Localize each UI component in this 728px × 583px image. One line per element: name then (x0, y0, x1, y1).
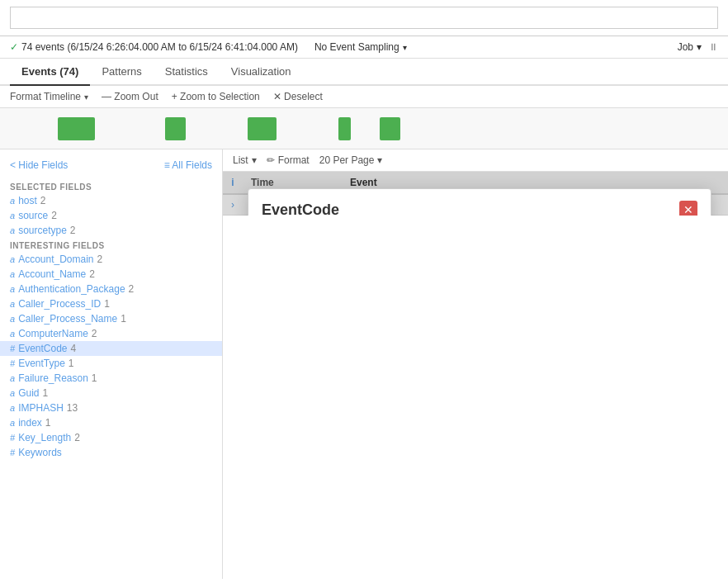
interesting-fields-section-title: INTERESTING FIELDS (0, 238, 222, 252)
list-controls: List ▾ ✏ Format 20 Per Page ▾ (223, 149, 728, 172)
field-type-icon: a (10, 418, 15, 428)
field-type-icon: a (10, 299, 15, 309)
field-type-icon: a (10, 388, 15, 398)
field-count: 1 (45, 417, 51, 429)
zoom-to-selection-label: + Zoom to Selection (172, 91, 260, 102)
search-bar: index=endpoint adam (0, 0, 728, 36)
field-name: Keywords (18, 447, 62, 458)
field-type-icon: a (10, 211, 15, 220)
field-type-icon: a (10, 373, 15, 383)
event-count: 74 events (21, 41, 64, 53)
sidebar-item-failure_reason[interactable]: aFailure_Reason 1 (0, 371, 222, 386)
sidebar-item-eventtype[interactable]: #EventType 1 (0, 356, 222, 371)
sidebar-item-caller_process_id[interactable]: aCaller_Process_ID 1 (0, 296, 222, 311)
field-type-icon: a (10, 254, 15, 264)
sidebar-item-key_length[interactable]: #Key_Length 2 (0, 430, 222, 445)
field-type-icon: a (10, 329, 15, 339)
field-name: Account_Name (18, 268, 86, 280)
field-name: host (18, 195, 37, 206)
interesting-fields-list: aAccount_Domain 2aAccount_Name 2aAuthent… (0, 252, 222, 460)
tabs-bar: Events (74) Patterns Statistics Visualiz… (0, 59, 728, 86)
modal-overlay: EventCode ✕ 4 Values, 31.081% of events … (223, 172, 728, 216)
field-name: ComputerName (18, 328, 88, 339)
sidebar: < Hide Fields ≡ All Fields SELECTED FIEL… (0, 149, 223, 579)
zoom-out-button[interactable]: — Zoom Out (102, 91, 158, 102)
field-count: 4 (71, 343, 77, 354)
sidebar-item-account_name[interactable]: aAccount_Name 2 (0, 267, 222, 282)
field-type-icon: # (10, 358, 15, 368)
per-page-caret-icon: ▾ (377, 154, 382, 166)
format-button[interactable]: ✏ Format (267, 154, 310, 166)
deselect-label: ✕ Deselect (273, 91, 323, 102)
sidebar-item-sourcetype[interactable]: asourcetype 2 (0, 223, 222, 238)
zoom-out-label: — Zoom Out (102, 91, 158, 102)
sidebar-item-index[interactable]: aindex 1 (0, 415, 222, 430)
field-name: Key_Length (18, 432, 71, 443)
tab-statistics[interactable]: Statistics (154, 59, 220, 86)
sidebar-item-host[interactable]: ahost 2 (0, 193, 222, 208)
job-button[interactable]: Job ▾ (678, 41, 702, 53)
timeline-chart[interactable] (8, 112, 505, 145)
sidebar-item-guid[interactable]: aGuid 1 (0, 386, 222, 401)
hide-fields-button[interactable]: < Hide Fields (10, 159, 68, 171)
list-label: List (233, 154, 248, 166)
status-bar: ✓ 74 events (6/15/24 6:26:04.000 AM to 6… (0, 36, 728, 59)
field-count: 13 (67, 402, 78, 414)
sidebar-item-eventcode[interactable]: #EventCode 4 (0, 341, 222, 356)
field-type-icon: # (10, 344, 15, 353)
format-timeline-caret: ▾ (84, 92, 88, 102)
sidebar-item-caller_process_name[interactable]: aCaller_Process_Name 1 (0, 311, 222, 326)
events-area: List ▾ ✏ Format 20 Per Page ▾ i Time Eve… (223, 149, 728, 579)
field-count: 2 (70, 225, 76, 236)
sidebar-item-imphash[interactable]: aIMPHASH 13 (0, 401, 222, 415)
tab-visualization[interactable]: Visualization (220, 59, 303, 86)
job-caret-icon: ▾ (697, 41, 702, 53)
field-count: 1 (121, 313, 126, 325)
field-name: Guid (18, 387, 39, 399)
sidebar-item-account_domain[interactable]: aAccount_Domain 2 (0, 252, 222, 267)
per-page-label: 20 Per Page (319, 154, 375, 166)
field-name: Caller_Process_ID (18, 298, 101, 310)
field-type-icon: # (10, 448, 15, 457)
no-sampling-label: No Event Sampling (314, 41, 399, 53)
field-name: Failure_Reason (18, 372, 88, 384)
format-timeline-label: Format Timeline (10, 91, 81, 102)
list-button[interactable]: List ▾ (233, 154, 257, 166)
sidebar-header: < Hide Fields ≡ All Fields (0, 156, 222, 174)
eventcode-modal: EventCode ✕ 4 Values, 31.081% of events … (248, 188, 711, 216)
field-count: 1 (42, 387, 48, 399)
zoom-to-selection-button[interactable]: + Zoom to Selection (172, 91, 260, 102)
field-type-icon: a (10, 269, 15, 279)
field-name: index (18, 417, 42, 429)
format-timeline-button[interactable]: Format Timeline ▾ (10, 91, 88, 102)
modal-title: EventCode (262, 201, 339, 216)
sidebar-item-source[interactable]: asource 2 (0, 208, 222, 223)
field-name: EventType (18, 358, 65, 369)
tab-events[interactable]: Events (74) (10, 59, 90, 86)
field-count: 2 (97, 254, 103, 265)
events-table-container: i Time Event › 6/15/24 <Event xmlns=http… (223, 172, 728, 216)
field-count: 2 (129, 283, 135, 295)
pause-icon: ⏸ (708, 41, 718, 53)
all-fields-button[interactable]: ≡ All Fields (164, 159, 212, 171)
field-name: Account_Domain (18, 254, 93, 265)
field-type-icon: a (10, 225, 15, 235)
sampling-caret-icon: ▾ (403, 43, 407, 52)
field-count: 1 (104, 298, 110, 310)
search-input[interactable]: index=endpoint adam (10, 7, 718, 29)
sidebar-item-keywords[interactable]: #Keywords (0, 445, 222, 460)
toolbar: Format Timeline ▾ — Zoom Out + Zoom to S… (0, 86, 728, 108)
field-name: Caller_Process_Name (18, 313, 117, 325)
format-label: Format (278, 154, 310, 166)
no-event-sampling-button[interactable]: No Event Sampling ▾ (314, 41, 407, 53)
sidebar-item-computername[interactable]: aComputerName 2 (0, 326, 222, 341)
per-page-button[interactable]: 20 Per Page ▾ (319, 154, 383, 166)
sidebar-item-authentication_package[interactable]: aAuthentication_Package 2 (0, 282, 222, 296)
field-name: sourcetype (18, 225, 67, 236)
status-check-icon: ✓ (10, 41, 18, 53)
time-range: (6/15/24 6:26:04.000 AM to 6/15/24 6:41:… (67, 41, 298, 53)
deselect-button[interactable]: ✕ Deselect (273, 91, 323, 102)
field-count: 2 (40, 195, 46, 206)
modal-close-button[interactable]: ✕ (679, 201, 697, 216)
tab-patterns[interactable]: Patterns (90, 59, 153, 86)
